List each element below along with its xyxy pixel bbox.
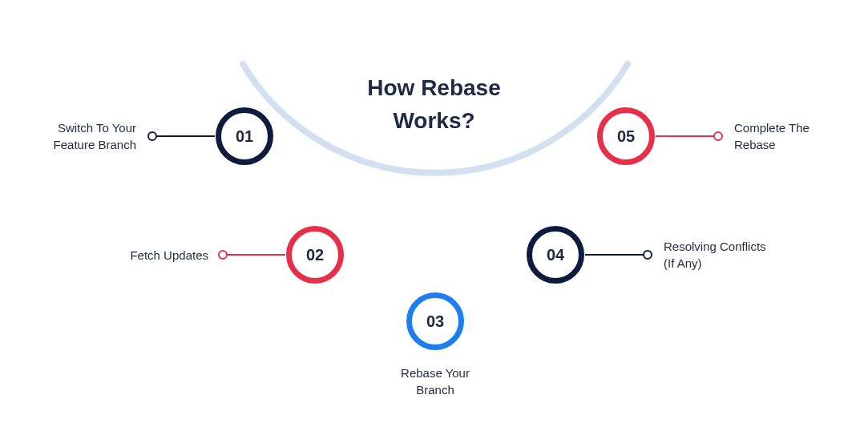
- diagram-stage: How Rebase Works? 01 Switch To Your Feat…: [0, 0, 868, 435]
- circle-icon: [597, 107, 655, 165]
- label-line-1: Switch To Your: [58, 121, 136, 135]
- step-node-03: 03: [406, 292, 464, 350]
- label-line-1: Resolving Conflicts: [664, 240, 766, 253]
- step-label-03: Rebase Your Branch: [355, 365, 515, 398]
- label-line-1: Complete The: [734, 121, 809, 135]
- circle-icon: [286, 226, 344, 284]
- connector-05: [656, 135, 718, 137]
- step-label-01: Switch To Your Feature Branch: [0, 119, 136, 153]
- connector-01: [152, 135, 215, 137]
- label-line-1: Rebase Your: [401, 366, 470, 380]
- connector-dot-04: [643, 250, 652, 260]
- step-label-02: Fetch Updates: [48, 247, 208, 264]
- label-line-2: (If Any): [664, 256, 702, 270]
- step-node-04: 04: [527, 226, 584, 284]
- title-line-2: Works?: [393, 108, 474, 133]
- circle-icon: [406, 292, 464, 350]
- step-node-05: 05: [597, 107, 655, 165]
- step-node-01: 01: [216, 107, 273, 165]
- label-line-2: Branch: [416, 383, 454, 397]
- connector-02: [223, 254, 285, 256]
- connector-dot-02: [218, 250, 228, 260]
- connector-dot-01: [147, 131, 157, 141]
- connector-dot-05: [713, 131, 723, 141]
- title-line-1: How Rebase: [367, 75, 501, 100]
- diagram-title: How Rebase Works?: [330, 72, 539, 137]
- step-label-04: Resolving Conflicts (If Any): [664, 238, 824, 272]
- label-line-2: Feature Branch: [54, 138, 136, 151]
- step-label-05: Complete The Rebase: [734, 119, 868, 153]
- connector-04: [585, 254, 648, 256]
- label-line-2: Rebase: [734, 138, 776, 151]
- circle-icon: [527, 226, 584, 284]
- step-node-02: 02: [286, 226, 344, 284]
- circle-icon: [216, 107, 273, 165]
- label-line-1: Fetch Updates: [130, 248, 208, 262]
